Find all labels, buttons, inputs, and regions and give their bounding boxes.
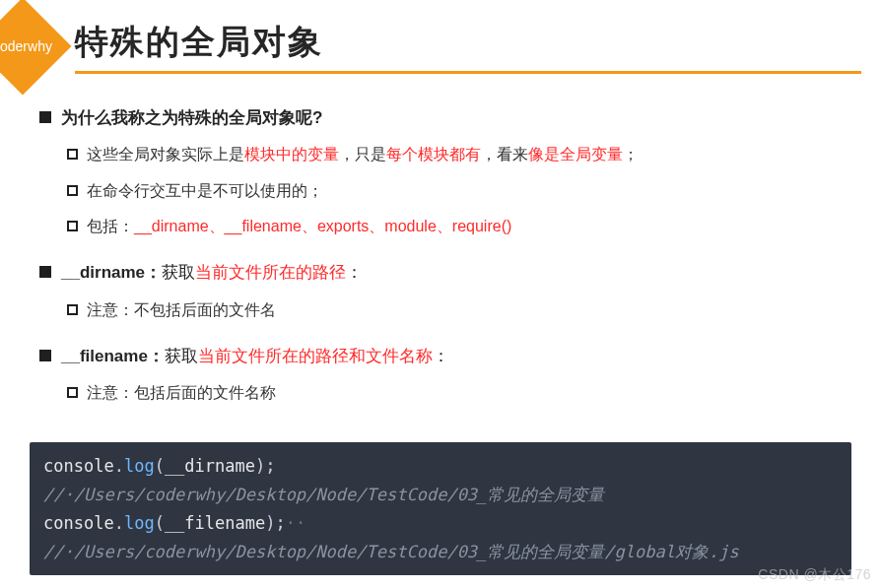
code-block: console.log(__dirname);//·/Users/coderwh… [30, 442, 851, 576]
hollow-square-bullet-icon [67, 304, 78, 315]
bullet-level-1: 为什么我称之为特殊的全局对象呢? [39, 102, 851, 134]
bullet-1-text: 为什么我称之为特殊的全局对象呢? [61, 102, 322, 134]
bullet-1-text: __filename：获取当前文件所在的路径和文件名称： [61, 341, 449, 372]
code-comment: //·/Users/coderwhy/Desktop/Node/TestCode… [43, 481, 838, 509]
bullet-level-1: __filename：获取当前文件所在的路径和文件名称： [39, 341, 851, 372]
code-comment: //·/Users/coderwhy/Desktop/Node/TestCode… [43, 538, 838, 566]
bullet-level-2: 包括：__dirname、__filename、exports、module、r… [67, 212, 851, 241]
hollow-square-bullet-icon [67, 149, 78, 160]
hollow-square-bullet-icon [67, 387, 78, 398]
slide-header: coderwhy 特殊的全局对象 [0, 0, 881, 81]
hollow-square-bullet-icon [67, 221, 78, 231]
title-wrap: 特殊的全局对象 [75, 20, 881, 74]
bullet-1-text: __dirname：获取当前文件所在的路径： [61, 257, 363, 289]
bullet-2-text: 这些全局对象实际上是模块中的变量，只是每个模块都有，看来像是全局变量； [87, 140, 639, 169]
bullet-level-1: __dirname：获取当前文件所在的路径： [39, 257, 851, 289]
bullet-2-text: 包括：__dirname、__filename、exports、module、r… [87, 212, 511, 241]
square-bullet-icon [39, 350, 51, 361]
code-line: console.log(__filename);·· [43, 509, 838, 538]
watermark: CSDN @木公176 [758, 566, 871, 584]
square-bullet-icon [39, 266, 51, 278]
slide-title: 特殊的全局对象 [75, 20, 861, 71]
bullet-2-text: 在命令行交互中是不可以使用的； [87, 176, 323, 206]
bullet-level-2: 注意：不包括后面的文件名 [67, 295, 851, 325]
bullet-level-2: 在命令行交互中是不可以使用的； [67, 176, 851, 206]
hollow-square-bullet-icon [67, 185, 78, 196]
content-area: 为什么我称之为特殊的全局对象呢?这些全局对象实际上是模块中的变量，只是每个模块都… [0, 81, 881, 425]
title-underline [75, 71, 861, 74]
bullet-2-text: 注意：包括后面的文件名称 [87, 378, 276, 408]
bullet-2-text: 注意：不包括后面的文件名 [87, 295, 276, 325]
code-line: console.log(__dirname); [43, 452, 838, 481]
brand-text: coderwhy [0, 38, 52, 54]
bullet-level-2: 这些全局对象实际上是模块中的变量，只是每个模块都有，看来像是全局变量； [67, 140, 851, 169]
bullet-level-2: 注意：包括后面的文件名称 [67, 378, 851, 408]
square-bullet-icon [39, 111, 51, 123]
